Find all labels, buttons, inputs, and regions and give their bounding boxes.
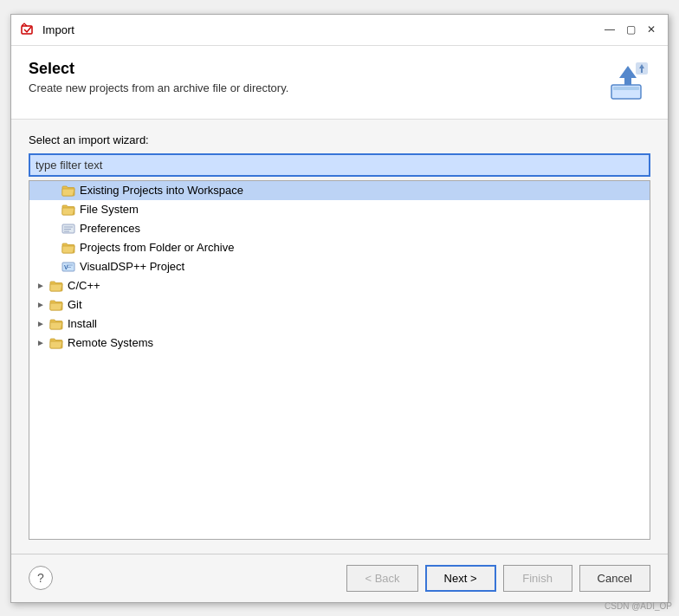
watermark: CSDN @ADI_OP <box>605 601 672 611</box>
next-button[interactable]: Next > <box>425 565 496 592</box>
finish-button[interactable]: Finish <box>503 565 572 592</box>
dialog-title: Import <box>42 23 602 36</box>
tree-item-label: Preferences <box>80 222 140 235</box>
tree-item-label: C/C++ <box>68 279 100 292</box>
footer-section: ? < Back Next > Finish Cancel <box>11 554 668 602</box>
header-section: Select Create new projects from an archi… <box>11 46 668 120</box>
tree-item-git[interactable]: ► Git <box>29 295 650 314</box>
tree-item-label: File System <box>80 203 139 216</box>
expand-arrow-icon: ► <box>36 300 48 309</box>
svg-marker-3 <box>619 66 637 85</box>
tree-item-projects-folder[interactable]: Projects from Folder or Archive <box>29 238 650 257</box>
tree-item-preferences[interactable]: Preferences <box>29 219 650 238</box>
tree-item-install[interactable]: ► Install <box>29 314 650 334</box>
filter-input[interactable] <box>29 153 650 177</box>
svg-rect-6 <box>62 224 74 233</box>
tree-item-label: VisualDSP++ Project <box>80 260 184 273</box>
tree-container: Existing Projects into Workspace File Sy… <box>29 180 650 540</box>
tree-item-label: Projects from Folder or Archive <box>80 241 234 254</box>
tree-item-cpp[interactable]: ► C/C++ <box>29 276 650 295</box>
tree-item-label: Remote Systems <box>68 336 153 349</box>
minimize-button[interactable]: — <box>602 22 618 37</box>
tree-list: Existing Projects into Workspace File Sy… <box>29 181 650 539</box>
folder-open-icon-4 <box>48 279 64 293</box>
folder-open-icon-2 <box>61 203 76 217</box>
tree-item-visualdsp[interactable]: V VisualDSP++ Project <box>29 257 650 276</box>
cancel-button[interactable]: Cancel <box>579 565 650 592</box>
tree-item-label: Git <box>68 298 82 311</box>
dialog-icon <box>20 22 36 37</box>
page-description: Create new projects from an archive file… <box>29 81 288 94</box>
header-icon <box>605 60 650 105</box>
folder-open-icon-5 <box>48 298 64 312</box>
expand-arrow-icon: ► <box>36 338 48 347</box>
svg-rect-2 <box>613 87 639 90</box>
tree-item-label: Install <box>68 317 97 330</box>
back-button[interactable]: < Back <box>346 565 417 592</box>
folder-open-icon-7 <box>48 336 64 350</box>
tree-item-existing-projects[interactable]: Existing Projects into Workspace <box>29 181 650 200</box>
folder-open-icon <box>61 184 76 198</box>
title-bar: Import — ▢ ✕ <box>11 15 668 46</box>
header-text: Select Create new projects from an archi… <box>29 60 288 94</box>
maximize-button[interactable]: ▢ <box>623 22 638 37</box>
help-button[interactable]: ? <box>29 566 53 590</box>
folder-open-icon-6 <box>48 317 64 331</box>
prefs-icon <box>61 222 76 236</box>
tree-item-label: Existing Projects into Workspace <box>80 184 243 197</box>
tree-item-remote-systems[interactable]: ► Remote Systems <box>29 334 650 353</box>
tree-item-file-system[interactable]: File System <box>29 200 650 219</box>
footer-buttons: < Back Next > Finish Cancel <box>346 565 650 592</box>
folder-open-icon-3 <box>61 241 76 255</box>
expand-arrow-icon: ► <box>36 319 48 328</box>
content-section: Select an import wizard: Existing Projec… <box>11 120 668 554</box>
visualdsp-icon: V <box>61 260 76 274</box>
wizard-label: Select an import wizard: <box>29 133 650 146</box>
expand-arrow-icon: ► <box>36 281 48 290</box>
import-dialog: Import — ▢ ✕ Select Create new projects … <box>10 14 669 603</box>
close-button[interactable]: ✕ <box>643 22 659 37</box>
page-title: Select <box>29 60 288 78</box>
window-controls: — ▢ ✕ <box>602 22 659 37</box>
